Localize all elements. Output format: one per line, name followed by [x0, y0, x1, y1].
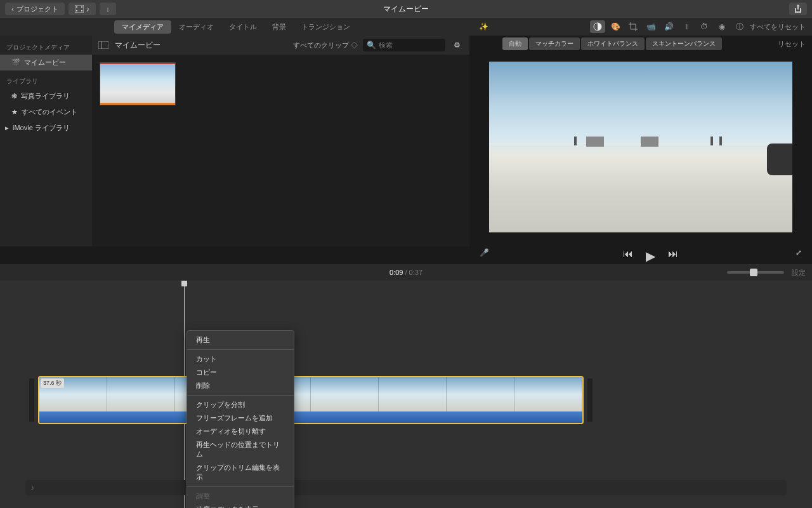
timeline-settings-button[interactable]: 設定 — [792, 268, 806, 277]
enhance-button[interactable]: ✨ — [476, 20, 491, 33]
ctx-cut[interactable]: カット — [187, 352, 294, 366]
current-time: 0:09 — [390, 269, 403, 276]
color-correction-button[interactable]: 🎨 — [608, 20, 623, 33]
equalizer-icon: ⫴ — [685, 22, 688, 31]
share-button[interactable] — [789, 3, 807, 15]
clip-audio-waveform[interactable] — [39, 411, 582, 423]
background-audio-track[interactable]: ♪ — [25, 480, 787, 495]
sidebar-item-label: マイムービー — [24, 58, 66, 67]
media-import-button[interactable]: ♪ — [69, 3, 96, 15]
color-tab-skin[interactable]: スキントーンバランス — [646, 37, 722, 50]
zoom-thumb[interactable] — [750, 269, 757, 276]
media-settings-button[interactable]: ⚙ — [450, 39, 463, 51]
voiceover-button[interactable]: 🎤 — [480, 248, 492, 257]
search-box[interactable]: 🔍 — [363, 39, 445, 51]
clip-filter-button[interactable]: ◉ — [714, 20, 730, 33]
download-arrow-icon: ↓ — [106, 5, 110, 13]
clip-handle-right[interactable] — [587, 378, 593, 422]
svg-rect-4 — [81, 10, 82, 11]
viewer-panel: ✨ 🎨 📹 🔊 ⫴ ⏱ ◉ ⓘ すべてをリセット 自動 マッチカラー ホワイトバ… — [469, 18, 812, 264]
tab-backgrounds[interactable]: 背景 — [265, 20, 294, 34]
crop-button[interactable] — [625, 20, 641, 33]
filter-label: すべてのクリップ — [293, 41, 349, 49]
context-menu: 再生 カット コピー 削除 クリップを分割 フリーズフレームを追加 オーディオを… — [187, 330, 294, 508]
sidebar-item-all-events[interactable]: ★ すべてのイベント — [0, 104, 92, 120]
flower-icon: ❋ — [11, 92, 17, 100]
play-icon: ▶ — [646, 249, 655, 263]
sidebar-item-label: 写真ライブラリ — [21, 91, 70, 101]
speed-button[interactable]: ⏱ — [697, 20, 712, 33]
camera-icon: 📹 — [646, 22, 656, 31]
volume-button[interactable]: 🔊 — [661, 20, 676, 33]
ctx-play[interactable]: 再生 — [187, 333, 294, 347]
tab-mymedia[interactable]: マイメディア — [114, 20, 171, 34]
svg-rect-0 — [75, 5, 84, 13]
tab-titles[interactable]: タイトル — [221, 20, 265, 34]
ctx-freeze-frame[interactable]: フリーズフレームを追加 — [187, 411, 294, 425]
ctx-show-trim-editor[interactable]: クリップのトリム編集を表示 — [187, 461, 294, 484]
search-input[interactable] — [379, 41, 442, 49]
ctx-detach-audio[interactable]: オーディオを切り離す — [187, 425, 294, 438]
prev-button[interactable]: ⏮ — [623, 248, 633, 264]
reset-all-button[interactable]: すべてをリセット — [750, 22, 806, 32]
browser-tabs: マイメディア オーディオ タイトル 背景 トランジション — [0, 18, 469, 36]
color-tab-auto[interactable]: 自動 — [502, 37, 528, 50]
ctx-speed-editor[interactable]: 速度エディタを表示 — [187, 503, 294, 508]
viewer[interactable] — [469, 52, 812, 241]
ctx-separator — [187, 349, 294, 350]
transport-controls: 🎤 ⏮ ▶ ⏭ ⤢ — [469, 241, 812, 264]
sidebar-toggle-button[interactable] — [98, 41, 108, 49]
back-label: プロジェクト — [16, 4, 58, 14]
noise-reduction-button[interactable]: ⫴ — [679, 20, 694, 33]
zoom-slider[interactable] — [727, 271, 784, 274]
project-media-header: プロジェクトメディア — [0, 41, 92, 55]
ctx-delete[interactable]: 削除 — [187, 379, 294, 392]
media-browser-panel: マイメディア オーディオ タイトル 背景 トランジション プロジェクトメディア … — [0, 18, 469, 264]
clip-handle-left[interactable] — [29, 378, 34, 422]
color-tab-match[interactable]: マッチカラー — [529, 37, 580, 50]
color-tab-white[interactable]: ホワイトバランス — [581, 37, 645, 50]
time-display: 0:09 / 0:37 — [390, 269, 422, 276]
music-note-icon: ♪ — [30, 483, 34, 492]
timeline-clip[interactable]: 37.6 秒 — [38, 376, 584, 424]
color-balance-tabs: 自動 マッチカラー ホワイトバランス スキントーンバランス リセット — [469, 36, 812, 52]
sidebar-item-photo-library[interactable]: ❋ 写真ライブラリ — [0, 88, 92, 104]
ctx-separator — [187, 486, 294, 487]
info-button[interactable]: ⓘ — [732, 20, 747, 33]
skip-forward-icon: ⏭ — [668, 248, 678, 259]
library-header: ライブラリ — [0, 74, 92, 88]
info-icon: ⓘ — [736, 22, 743, 32]
back-to-projects-button[interactable]: ‹ プロジェクト — [5, 3, 65, 15]
half-circle-icon — [593, 22, 602, 31]
timeline[interactable]: 37.6 秒 ♪ — [0, 281, 812, 508]
next-button[interactable]: ⏭ — [668, 248, 678, 264]
tab-transitions[interactable]: トランジション — [294, 20, 358, 34]
clip-filter-dropdown[interactable]: すべてのクリップ ◇ — [293, 41, 358, 50]
music-note-icon: ♪ — [86, 5, 90, 13]
svg-rect-5 — [98, 41, 108, 49]
filmstrip-icon — [75, 5, 84, 13]
media-header: マイムービー すべてのクリップ ◇ 🔍 ⚙ — [92, 36, 469, 55]
clip-filmstrip — [39, 377, 582, 411]
sidebar-item-mymovie[interactable]: 🎬 マイムービー — [0, 55, 92, 70]
sidebar-item-label: すべてのイベント — [22, 107, 77, 117]
import-button[interactable]: ↓ — [100, 3, 116, 15]
fullscreen-button[interactable]: ⤢ — [796, 248, 802, 257]
ctx-split-clip[interactable]: クリップを分割 — [187, 398, 294, 411]
media-clip-thumbnail[interactable] — [100, 62, 176, 105]
wand-icon: ✨ — [479, 22, 488, 31]
color-reset-button[interactable]: リセット — [778, 39, 806, 49]
color-balance-button[interactable] — [590, 20, 605, 33]
star-icon: ★ — [11, 108, 18, 116]
palette-icon: 🎨 — [611, 22, 620, 31]
stabilization-button[interactable]: 📹 — [643, 20, 658, 33]
tab-audio[interactable]: オーディオ — [171, 20, 221, 34]
ctx-trim-to-playhead[interactable]: 再生ヘッドの位置までトリム — [187, 438, 294, 461]
play-button[interactable]: ▶ — [646, 248, 655, 264]
sidebar-toggle-icon — [98, 41, 108, 49]
sidebar-item-imovie-library[interactable]: ▸ iMovie ライブラリ — [0, 120, 92, 136]
ctx-copy[interactable]: コピー — [187, 366, 294, 379]
clapperboard-icon: 🎬 — [11, 58, 20, 67]
speaker-icon: 🔊 — [664, 22, 674, 31]
media-grid[interactable] — [92, 55, 469, 246]
